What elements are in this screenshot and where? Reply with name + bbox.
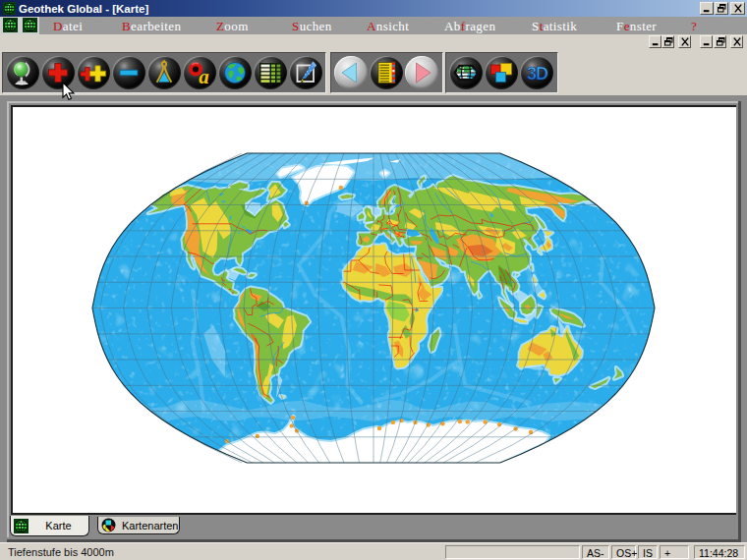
ring-a-icon: a [183,56,216,89]
projection-button[interactable] [449,56,483,89]
menu-item-help[interactable]: ? [691,19,697,34]
mouse-cursor [62,83,76,102]
child-window-button-row [0,34,747,51]
globe-grid-icon [14,519,29,533]
client-border [7,101,739,103]
menu-label-text: Ab [444,19,461,33]
next-map-button[interactable] [405,56,438,89]
status-message: Tiefenstufe bis 4000m [8,546,114,558]
toolbar-group-3: 3D [445,52,558,93]
menu-label-text: uchen [300,19,332,33]
ice-free-coast [339,186,343,190]
menu-label-text: earbeiten [131,19,181,33]
zoom-out-button[interactable] [112,56,145,89]
menu-item-zoom[interactable]: Zoom [216,19,249,34]
tab-kartenarten[interactable]: Kartenarten [97,517,180,534]
restore-icon [717,3,726,14]
close-icon [680,36,690,47]
window-title: Geothek Global - [Karte] [19,3,148,15]
minimize-button[interactable] [700,2,714,15]
menu-label-text: nsicht [376,19,409,33]
menu-icons [0,17,39,34]
svg-text:3D: 3D [527,64,548,84]
child-close-button-2[interactable] [730,35,743,48]
status-panel-os: OS+ [611,545,636,559]
mdi-client-area: Karte Kartenarten [0,95,747,542]
globe-grid-icon[interactable] [23,18,37,32]
toolbar-group-1: a [2,52,326,93]
yellow-list-icon [370,56,403,89]
status-clock: 11:44:28 [694,545,745,559]
child-restore-button-2[interactable] [714,35,726,48]
menu-item-abfragen[interactable]: Abfragen [444,19,495,34]
tab-label: Karte [45,520,71,532]
menu-label-text: atistik [544,19,578,33]
restore-icon [716,36,725,47]
menu-label-text: ragen [465,19,495,33]
min-icon [651,36,661,47]
globe-grid-icon[interactable] [3,18,18,32]
menu-item-datei[interactable]: Datei [53,19,83,34]
child-minimize-button[interactable] [649,35,661,48]
restore-icon [663,36,673,47]
arctic-shelf [188,153,553,185]
title-bar: Geothek Global - [Karte] [0,0,747,17]
close-button[interactable] [730,2,745,15]
client-border [7,101,9,537]
menu-item-suchen[interactable]: Suchen [292,19,332,34]
menu-label-text: D [53,19,63,33]
menu-bar: DateiBearbeitenZoomSuchenAnsichtAbfragen… [0,17,747,34]
desk-globe-icon [6,56,39,89]
border-line [399,233,406,234]
min-icon [702,36,712,47]
ice-free-coast [377,426,381,430]
menu-label-text: atei [63,19,83,33]
map-types-button[interactable] [485,56,518,89]
child-close-button[interactable] [678,35,691,48]
map-list-button[interactable] [370,56,403,89]
measure-button[interactable] [147,56,181,89]
menu-label-text: F [616,19,624,33]
triangle-right-icon [405,56,438,89]
triangle-left-icon [334,56,368,89]
menu-label-text: B [122,19,131,33]
compass-icon [147,56,181,89]
view-3d-button[interactable]: 3D [520,56,553,89]
toolbar: a [0,51,747,97]
tab-label: Kartenarten [122,520,178,532]
child-restore-button[interactable] [661,35,674,48]
minus-cyan-icon [112,56,145,89]
projection-globe-icon [449,56,483,89]
ice-free-coast [291,416,295,420]
status-panel-plus: + [660,545,689,559]
status-panel-is: IS [638,545,658,559]
menu-label-text: nster [630,19,657,33]
data-table-icon [254,56,287,89]
restore-button[interactable] [715,2,728,15]
menu-label-text: oom [224,19,248,33]
menu-label-text: S [532,19,540,33]
world-map[interactable] [14,108,733,512]
edit-map-button[interactable] [289,56,322,89]
menu-item-ansicht[interactable]: Ansicht [367,19,409,34]
earth-icon [218,56,252,89]
earth-button[interactable] [218,56,252,89]
previous-map-button[interactable] [334,56,368,89]
menu-label-text: S [292,19,300,33]
data-table-button[interactable] [254,56,287,89]
menu-label-text: ? [691,19,697,33]
zoom-in-more-button[interactable] [77,56,110,89]
status-bar: Tiefenstufe bis 4000m AS-OS+IS+11:44:28 [0,542,747,560]
globe-overview-button[interactable] [6,56,39,89]
child-minimize-button-2[interactable] [700,35,713,48]
menu-label-text: A [367,19,376,33]
client-border [738,101,741,539]
toolbar-group-2 [330,52,443,93]
menu-item-fenster[interactable]: Fenster [616,19,657,34]
menu-item-bearbeiten[interactable]: Bearbeiten [122,19,181,34]
edit-square-icon [289,56,322,89]
search-names-button[interactable]: a [183,56,216,89]
tab-karte[interactable]: Karte [10,516,89,536]
ice-free-coast [466,420,470,423]
menu-item-statistik[interactable]: Statistik [532,19,577,34]
